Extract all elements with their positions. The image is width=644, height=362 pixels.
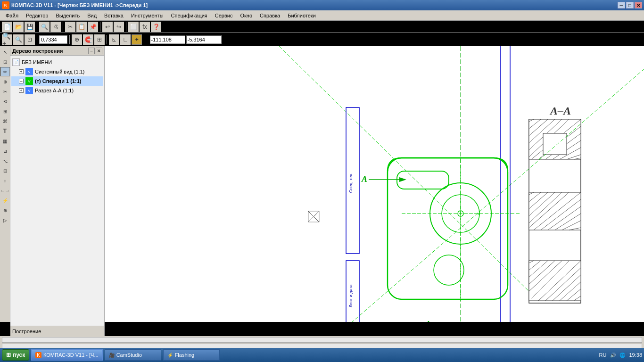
open-button[interactable]: 📂 <box>13 22 24 32</box>
sep5 <box>37 35 37 44</box>
tree-root-label: БЕЗ ИМЕНИ <box>22 59 52 65</box>
menu-bar: Файл Редактор Выделить Вид Вставка Инстр… <box>0 10 644 21</box>
lt-btn2[interactable]: ✏ <box>0 67 10 76</box>
save-button[interactable]: 💾 <box>25 22 35 32</box>
sep7 <box>107 35 107 44</box>
menu-select[interactable]: Выделить <box>52 12 83 19</box>
tree-title: Дерево построения <box>12 48 63 54</box>
svg-rect-32 <box>529 261 581 301</box>
zoom-out-button[interactable]: 🔍 <box>13 34 24 45</box>
help-button[interactable]: ❓ <box>151 22 161 32</box>
start-icon: ⊞ <box>6 352 11 358</box>
lt-select[interactable]: ↖ <box>0 47 10 57</box>
lt-btn7[interactable]: ⌘ <box>0 116 10 126</box>
menu-window[interactable]: Окно <box>236 12 256 19</box>
active-view-icon: V <box>25 77 33 85</box>
title-bar: K КОМПАС-3D V11 - [Чертеж БЕЗ ИМЕНИ1 ->С… <box>0 0 644 10</box>
zoom-input[interactable] <box>39 35 67 44</box>
tree-node-front[interactable]: – V (т) Спереди 1 (1:1) <box>11 76 103 86</box>
taskbar-item-camstudio[interactable]: 🎥 CamStudio <box>105 349 161 361</box>
ortho-btn[interactable]: ⊾ <box>109 34 119 45</box>
undo-button[interactable]: ↩ <box>102 22 113 32</box>
taskbar-item-flashing[interactable]: ⚡ Flashing <box>163 349 220 361</box>
lt-btn14[interactable]: ▷ <box>0 215 10 225</box>
grid-btn[interactable]: ⊞ <box>94 34 105 45</box>
coord-x-label: x <box>146 37 149 42</box>
menu-insert[interactable]: Вставка <box>100 12 127 19</box>
zoom-in-button[interactable]: 🔍+ <box>2 34 12 45</box>
lt-btn3[interactable]: ⊕ <box>0 77 10 86</box>
tb-btn-1[interactable]: ⬜ <box>128 22 139 32</box>
tree-section-label: Разрез А-А (1:1) <box>35 88 74 93</box>
tree-node-root[interactable]: 📄 БЕЗ ИМЕНИ <box>11 58 103 67</box>
paste-button[interactable]: 📌 <box>88 22 98 32</box>
start-button[interactable]: ⊞ пуск <box>2 349 29 361</box>
work-area: ↖ ⊡ ✏ ⊕ ✂ ⟲ ⊞ ⌘ T ▦ ⊿ ⌥ ⊟ ↕ ←→ ⚡ ⊕ ▷ Дер… <box>0 46 644 336</box>
cut-button[interactable]: ✂ <box>65 22 75 32</box>
print-preview[interactable]: 🔍 <box>39 22 50 32</box>
tree-node-section[interactable]: + V Разрез А-А (1:1) <box>11 86 103 95</box>
snap-btn[interactable]: ⊕ <box>72 34 82 45</box>
window-title: КОМПАС-3D V11 - [Чертеж БЕЗ ИМЕНИ1 ->Спе… <box>11 2 148 8</box>
lt-dim-btn[interactable]: ←→ <box>0 186 10 195</box>
lt-btn13[interactable]: ⊕ <box>0 206 10 215</box>
speaker-icon: 🔊 <box>610 353 616 358</box>
menu-service[interactable]: Сервис <box>211 12 237 19</box>
zoom-fit-button[interactable]: ⊡ <box>25 34 35 45</box>
lt-btn4[interactable]: ✂ <box>0 87 10 96</box>
system-clock: 19:38 <box>629 352 642 358</box>
tree-expander-front[interactable]: – <box>19 79 24 83</box>
lt-table-btn[interactable]: ▦ <box>0 136 10 146</box>
redo-button[interactable]: ↪ <box>114 22 124 32</box>
compass-btn[interactable]: ✦ <box>132 34 142 45</box>
menu-edit[interactable]: Редактор <box>22 12 52 19</box>
lt-btn12[interactable]: ⚡ <box>0 196 10 205</box>
coord-x-input[interactable] <box>150 35 185 44</box>
copy-button[interactable]: 📋 <box>76 22 87 32</box>
tree-close-button[interactable]: ✕ <box>96 48 102 54</box>
title-bar-controls: ─ □ ✕ <box>618 2 642 8</box>
menu-view[interactable]: Вид <box>83 12 100 19</box>
lt-btn10[interactable]: ⊟ <box>0 166 10 175</box>
lt-btn8[interactable]: ⊿ <box>0 146 10 156</box>
svg-text:Спец. тех.: Спец. тех. <box>348 173 353 193</box>
sep3 <box>100 22 100 32</box>
tree-panel: Дерево построения – ✕ 📄 БЕЗ ИМЕНИ + <box>10 46 105 336</box>
restore-button[interactable]: □ <box>626 2 634 8</box>
taskbar-item-kompas[interactable]: K КОМПАС-3D V11 - [Ч... <box>31 349 102 361</box>
close-button[interactable]: ✕ <box>635 2 642 8</box>
tree-pin-button[interactable]: – <box>88 48 95 54</box>
tb-btn-2[interactable]: fx <box>140 22 150 32</box>
lt-btn1[interactable]: ⊡ <box>0 57 10 66</box>
menu-file[interactable]: Файл <box>2 12 22 19</box>
tree-node-sysview[interactable]: + V Системный вид (1:1) <box>11 67 103 76</box>
lt-btn11[interactable]: ↕ <box>0 176 10 185</box>
menu-help[interactable]: Справка <box>256 12 284 19</box>
drawing-svg: А–А Спец. тех. Лист и дата <box>105 46 644 322</box>
kompas-icon: K <box>35 352 41 358</box>
taskbar-right: RU 🔊 🌐 19:38 <box>599 352 642 358</box>
snap-btn2[interactable]: 🧲 <box>83 34 93 45</box>
lt-btn5[interactable]: ⟲ <box>0 97 10 106</box>
progress-bar-1 <box>2 337 642 343</box>
tree-expander-sysview[interactable]: + <box>19 69 24 74</box>
tree-expander-section[interactable]: + <box>19 88 24 93</box>
menu-spec[interactable]: Спецификация <box>167 12 211 19</box>
drawing-area[interactable]: А–А Спец. тех. Лист и дата <box>105 46 644 322</box>
print-button[interactable]: 🖨 <box>50 22 61 32</box>
svg-text:А: А <box>425 320 431 322</box>
menu-libraries[interactable]: Библиотеки <box>284 12 320 19</box>
lt-text-btn[interactable]: T <box>0 126 10 136</box>
angle-btn[interactable]: ∟ <box>120 34 131 45</box>
minimize-button[interactable]: ─ <box>618 2 625 8</box>
camstudio-icon: 🎥 <box>109 353 115 358</box>
doc-icon: 📄 <box>12 58 20 66</box>
tree-header: Дерево построения – ✕ <box>10 46 104 56</box>
lt-btn6[interactable]: ⊞ <box>0 107 10 116</box>
lt-btn9[interactable]: ⌥ <box>0 156 10 165</box>
new-button[interactable]: 📄 <box>2 22 12 32</box>
network-icon: 🌐 <box>619 353 625 358</box>
tree-front-label: (т) Спереди 1 (1:1) <box>35 78 82 84</box>
menu-tools[interactable]: Инструменты <box>127 12 167 19</box>
coord-y-input[interactable] <box>186 35 222 44</box>
